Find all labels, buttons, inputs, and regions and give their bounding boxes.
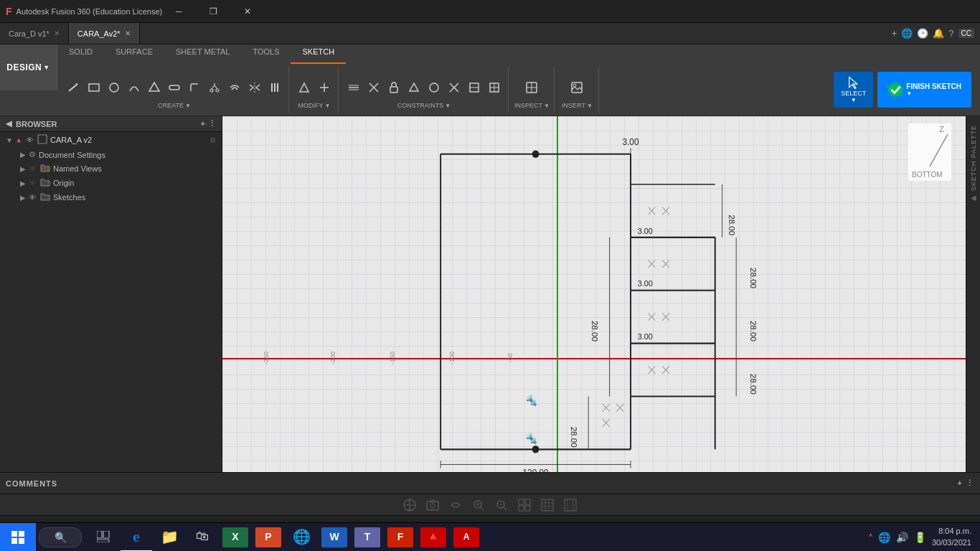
settings-tool[interactable] xyxy=(560,495,580,515)
comments-add-btn[interactable]: + xyxy=(958,479,963,488)
tree-item-sketches[interactable]: ▶ 👁 Sketches xyxy=(0,190,222,204)
orbit-tool[interactable] xyxy=(446,495,466,515)
close-button[interactable]: ✕ xyxy=(231,0,264,23)
construction-tool[interactable] xyxy=(265,78,284,97)
tree-settings-icon[interactable]: ⚙ xyxy=(209,136,216,144)
right-panel[interactable]: SKETCH PALETTE ◀ xyxy=(966,116,980,472)
tab-cara-d[interactable]: Cara_D v1* ✕ xyxy=(0,23,69,44)
zoom-tool[interactable] xyxy=(468,495,489,515)
nav-tab-tools[interactable]: TOOLS xyxy=(241,44,291,64)
constraint-equal[interactable] xyxy=(485,78,504,97)
modify-tool-1[interactable] xyxy=(295,78,314,97)
tree-item-origin[interactable]: ▶ 👁 Origin xyxy=(0,176,222,190)
globe-icon[interactable]: 🌐 xyxy=(901,28,913,39)
taskbar-app-fusion[interactable]: F xyxy=(387,527,413,547)
mirror-tool[interactable] xyxy=(245,78,264,97)
browser-collapse-icon[interactable]: ◀ xyxy=(6,119,11,128)
help-icon[interactable]: ? xyxy=(948,28,953,39)
comments-menu-btn[interactable]: ⋮ xyxy=(966,479,974,488)
taskbar-app-word[interactable]: W xyxy=(321,527,347,547)
insert-image-tool[interactable] xyxy=(567,78,586,97)
slot-tool[interactable] xyxy=(165,78,184,97)
bell-icon[interactable]: 🔔 xyxy=(933,28,944,39)
tree-eye-named[interactable]: 👁 xyxy=(29,164,39,173)
taskbar-app-excel[interactable]: X xyxy=(222,527,248,547)
grid-tool[interactable] xyxy=(537,495,557,515)
taskbar-app-taskview[interactable] xyxy=(88,523,119,552)
offset-tool[interactable] xyxy=(225,78,244,97)
tree-eye-cara[interactable]: 👁 xyxy=(26,136,36,144)
browser-menu-btn[interactable]: ⋮ xyxy=(208,119,216,128)
tree-item-doc-settings[interactable]: ▶ ⚙ Document Settings xyxy=(0,148,222,161)
tab-cara-d-close[interactable]: ✕ xyxy=(54,29,60,37)
taskbar-app-edge[interactable]: e xyxy=(121,523,152,552)
constraint-lock[interactable] xyxy=(385,78,403,97)
select-button[interactable]: SELECT ▼ xyxy=(834,72,873,108)
constraint-1[interactable] xyxy=(344,78,363,97)
tree-arrow-doc[interactable]: ▶ xyxy=(20,151,29,159)
maximize-button[interactable]: ❐ xyxy=(197,0,230,23)
volume-icon[interactable]: 🔊 xyxy=(896,532,908,543)
line-tool[interactable] xyxy=(65,78,83,97)
fillet-tool[interactable] xyxy=(185,78,204,97)
constraint-triangle[interactable] xyxy=(405,78,423,97)
constraint-x[interactable] xyxy=(445,78,463,97)
minimize-button[interactable]: ─ xyxy=(162,0,195,23)
right-panel-collapse[interactable]: ◀ xyxy=(971,194,976,202)
taskbar-app-teams[interactable]: T xyxy=(354,527,380,547)
polygon-tool[interactable] xyxy=(145,78,164,97)
zoom-fit-tool[interactable] xyxy=(491,495,512,515)
taskbar-app-acrobat[interactable]: A xyxy=(453,527,479,547)
nav-tab-sheetmetal[interactable]: SHEET METAL xyxy=(164,44,241,64)
modify-tool-2[interactable] xyxy=(315,78,334,97)
taskbar-search[interactable]: 🔍 xyxy=(39,527,82,547)
tree-arrow-origin[interactable]: ▶ xyxy=(20,179,29,187)
browser-controls: + ⋮ xyxy=(201,119,216,128)
taskbar-clock[interactable]: 8:04 p.m. 30/03/2021 xyxy=(932,526,971,548)
tree-item-cara[interactable]: ▼ 🔺 👁 CARA_A v2 ⚙ xyxy=(0,132,222,148)
svg-rect-111 xyxy=(565,499,576,511)
circle-tool[interactable] xyxy=(105,78,123,97)
start-button[interactable] xyxy=(0,523,36,552)
tab-cara-a-close[interactable]: ✕ xyxy=(125,29,131,37)
tree-eye-origin[interactable]: 👁 xyxy=(29,179,39,187)
taskbar-app-red1[interactable]: 🔺 xyxy=(420,527,446,547)
tree-arrow-named[interactable]: ▶ xyxy=(20,165,29,173)
constraint-circle[interactable] xyxy=(425,78,443,97)
taskbar-apps: e 📁 🛍 X P 🌐 W T F 🔺 A xyxy=(88,523,482,552)
tree-label-named: Named Views xyxy=(53,164,102,173)
nav-tab-sketch[interactable]: SKETCH xyxy=(291,44,346,64)
display-mode-tool[interactable] xyxy=(514,495,534,515)
viewport[interactable]: -250 -200 -150 -100 -50 xyxy=(222,116,966,472)
new-tab-button[interactable]: + xyxy=(892,28,897,39)
taskbar-app-store[interactable]: 🛍 xyxy=(187,523,218,552)
constraint-2[interactable] xyxy=(364,78,383,97)
rectangle-tool[interactable] xyxy=(85,78,103,97)
clock-icon[interactable]: 🕑 xyxy=(917,28,928,39)
trim-tool[interactable] xyxy=(205,78,224,97)
svg-rect-119 xyxy=(103,531,109,538)
browser-add-btn[interactable]: + xyxy=(201,119,205,128)
finish-sketch-button[interactable]: FINISH SKETCH ▼ xyxy=(877,72,971,108)
toolbar-right: SELECT ▼ FINISH SKETCH ▼ xyxy=(828,72,977,108)
battery-icon[interactable]: 🔋 xyxy=(914,532,926,543)
taskbar-app-explorer[interactable]: 📁 xyxy=(154,523,185,552)
tree-item-named-views[interactable]: ▶ 👁 Named Views xyxy=(0,161,222,176)
camera-tool[interactable] xyxy=(423,495,443,515)
tab-cara-a[interactable]: CARA_Av2* ✕ xyxy=(69,23,140,44)
nav-tab-surface[interactable]: SURFACE xyxy=(104,44,164,64)
nav-tab-solid[interactable]: SOLID xyxy=(57,44,104,64)
sys-arrow-icon[interactable]: ^ xyxy=(869,533,872,541)
constraint-box[interactable] xyxy=(465,78,484,97)
tree-arrow-cara[interactable]: ▼ xyxy=(6,136,14,144)
tree-arrow-sketches[interactable]: ▶ xyxy=(20,194,29,202)
design-button[interactable]: DESIGN ▼ xyxy=(0,44,57,90)
taskbar-app-chrome[interactable]: 🌐 xyxy=(286,523,317,552)
arc-tool[interactable] xyxy=(125,78,143,97)
taskbar-app-ppt[interactable]: P xyxy=(255,527,281,547)
pan-tool[interactable] xyxy=(400,495,420,515)
tree-eye-sketches[interactable]: 👁 xyxy=(29,193,39,202)
network-icon[interactable]: 🌐 xyxy=(878,532,890,543)
inspect-tool[interactable] xyxy=(522,78,541,97)
cc-button[interactable]: CC xyxy=(958,29,974,38)
